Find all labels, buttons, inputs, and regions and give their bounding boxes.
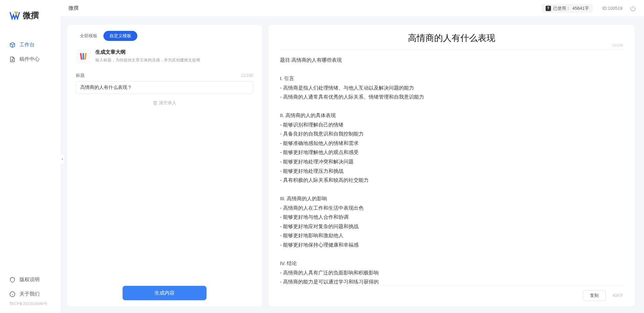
tab-custom-templates[interactable]: 自定义模板 [103, 31, 137, 41]
logo: 微撰 [0, 10, 60, 38]
doc-title-counter: 10/100 [612, 43, 623, 47]
info-icon [9, 291, 15, 297]
svg-rect-7 [83, 53, 84, 60]
clear-input-label: 清空录入 [159, 100, 176, 106]
sidebar-item-about[interactable]: 关于我们 [0, 287, 60, 301]
template-subtitle: 输入标题，为你提供文章主体的灵感，并为其创建推文提纲 [95, 57, 253, 63]
sidebar-item-copyright[interactable]: 版权说明 [0, 272, 60, 287]
icp-text: 鄂ICP备2022016946号 [0, 301, 60, 306]
page-title: 微撰 [68, 5, 79, 11]
clear-input-button[interactable]: 清空录入 [153, 100, 176, 106]
title-counter: 11/100 [241, 73, 253, 78]
usage-pill[interactable]: T 已使用： 45641字 [542, 4, 593, 13]
sidebar-nav: 工作台 稿件中心 [0, 38, 60, 272]
usage-label: 已使用： [553, 5, 570, 11]
cube-icon [9, 42, 15, 48]
generate-button[interactable]: 生成内容 [123, 286, 206, 300]
shield-icon [9, 277, 15, 283]
books-icon [76, 49, 91, 64]
usage-value: 45641字 [572, 5, 589, 11]
doc-title[interactable]: 高情商的人有什么表现 [280, 32, 623, 44]
user-id: ID:100519 [602, 6, 623, 11]
title-input[interactable] [76, 81, 253, 94]
sidebar-collapse-button[interactable] [60, 154, 64, 164]
sidebar-item-drafts[interactable]: 稿件中心 [0, 52, 60, 66]
form-title-block: 标题 11/100 [67, 70, 262, 94]
template-tabs: 全部模板 自定义模板 [67, 31, 262, 46]
sidebar-item-label: 版权说明 [19, 276, 40, 283]
sidebar: 微撰 工作台 稿件中心 版权说明 关于我们 鄂ICP备2022016946号 [0, 0, 60, 313]
svg-rect-6 [80, 53, 82, 60]
sidebar-item-label: 稿件中心 [19, 56, 40, 62]
title-label: 标题 [76, 72, 85, 79]
power-icon[interactable] [630, 5, 636, 11]
trash-icon [153, 101, 157, 105]
text-badge-icon: T [546, 6, 551, 11]
template-title: 生成文章大纲 [95, 49, 253, 55]
topbar: 微撰 T 已使用： 45641字 ID:100519 [60, 0, 644, 17]
word-count: 404字 [612, 293, 623, 299]
chevron-left-icon [60, 157, 64, 161]
copy-button[interactable]: 复制 [583, 290, 606, 301]
sidebar-item-workspace[interactable]: 工作台 [0, 38, 60, 52]
sidebar-item-label: 关于我们 [19, 291, 40, 297]
doc-footer: 复制 404字 [280, 285, 623, 301]
sidebar-bottom: 版权说明 关于我们 鄂ICP备2022016946号 [0, 272, 60, 313]
panel-output: 高情商的人有什么表现 10/100 题目:高情商的人有哪些表现 I. 引言 - … [269, 25, 635, 306]
sidebar-item-label: 工作台 [19, 42, 35, 48]
content-row: 全部模板 自定义模板 生成文章大纲 输入标题，为你提供文章主体的灵感，并为其创建… [60, 17, 644, 313]
template-card: 生成文章大纲 输入标题，为你提供文章主体的灵感，并为其创建推文提纲 [67, 46, 262, 70]
main: 微撰 T 已使用： 45641字 ID:100519 全部模板 自定义模板 [60, 0, 644, 313]
svg-rect-8 [84, 53, 87, 60]
logo-mark-icon [9, 10, 20, 21]
document-icon [9, 56, 15, 62]
panel-template: 全部模板 自定义模板 生成文章大纲 输入标题，为你提供文章主体的灵感，并为其创建… [67, 25, 262, 306]
doc-title-row: 高情商的人有什么表现 10/100 [280, 32, 623, 50]
logo-text: 微撰 [23, 10, 39, 21]
tab-all-templates[interactable]: 全部模板 [74, 31, 103, 41]
doc-body[interactable]: 题目:高情商的人有哪些表现 I. 引言 - 高情商是指人们处理情绪、与他人互动以… [280, 56, 623, 285]
